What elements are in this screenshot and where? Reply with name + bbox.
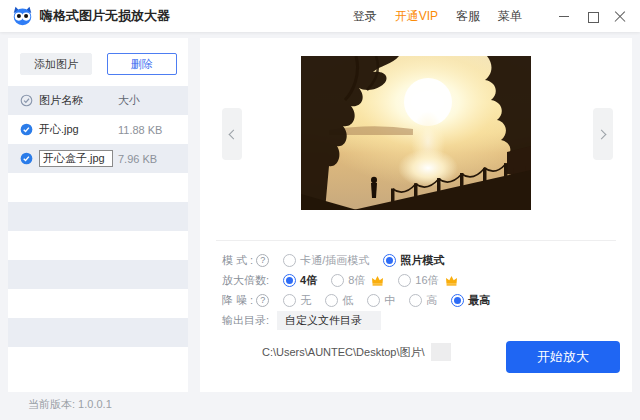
radio-icon[interactable]	[409, 294, 422, 307]
mode-help-icon[interactable]: ?	[256, 254, 269, 267]
file-row[interactable]: 开心.jpg 11.88 KB	[8, 115, 188, 144]
name-column-header: 图片名称	[39, 93, 83, 108]
titlebar-nav: 登录 开通VIP 客服 菜单	[353, 8, 628, 25]
app-window: 嗨格式图片无损放大器 登录 开通VIP 客服 菜单 添加图片 删除	[0, 0, 640, 420]
empty-row	[8, 318, 188, 347]
radio-icon[interactable]	[283, 274, 296, 287]
file-size: 7.96 KB	[118, 153, 157, 165]
version-text: 当前版本: 1.0.0.1	[28, 397, 112, 412]
chevron-right-icon	[597, 129, 607, 139]
file-name: 开心.jpg	[39, 122, 79, 137]
output-path-row: C:\Users\AUNTEC\Desktop\图片\	[262, 343, 451, 361]
denoise-option-highest[interactable]: 最高	[451, 293, 490, 308]
login-link[interactable]: 登录	[353, 8, 377, 25]
browse-folder-button[interactable]	[431, 343, 451, 361]
radio-icon[interactable]	[383, 254, 396, 267]
section-divider	[216, 240, 616, 241]
app-title: 嗨格式图片无损放大器	[40, 7, 170, 25]
previous-image-button[interactable]	[222, 108, 242, 160]
vip-crown-icon	[371, 275, 384, 286]
select-all-check-icon[interactable]	[20, 94, 33, 107]
file-list-header: 图片名称 大小	[8, 86, 188, 115]
close-button[interactable]	[614, 10, 626, 22]
checked-icon[interactable]	[20, 123, 33, 136]
sunset-photo	[301, 56, 531, 210]
radio-icon[interactable]	[283, 254, 296, 267]
start-enlarge-button[interactable]: 开始放大	[506, 341, 620, 373]
denoise-option-medium[interactable]: 中	[367, 293, 395, 308]
denoise-option-label: 最高	[468, 293, 490, 308]
denoise-option-label: 中	[384, 293, 395, 308]
menu-link[interactable]: 菜单	[498, 8, 522, 25]
denoise-option-low[interactable]: 低	[325, 293, 353, 308]
radio-icon[interactable]	[325, 294, 338, 307]
denoise-help-icon[interactable]: ?	[256, 294, 269, 307]
mode-label: 模 式 :	[222, 253, 253, 268]
chevron-left-icon	[229, 129, 239, 139]
scale-option-label: 4倍	[300, 273, 317, 288]
vip-crown-icon	[445, 275, 458, 286]
maximize-button[interactable]	[586, 10, 598, 22]
mode-option-cartoon[interactable]: 卡通/插画模式	[283, 253, 369, 268]
sidebar-actions: 添加图片 删除	[8, 38, 188, 75]
mode-option-label: 卡通/插画模式	[300, 253, 369, 268]
denoise-setting-row: 降 噪 : ? 无 低 中 高 最高	[222, 292, 490, 308]
empty-row	[8, 231, 188, 260]
title-bar: 嗨格式图片无损放大器 登录 开通VIP 客服 菜单	[0, 0, 640, 32]
scale-label: 放大倍数:	[222, 273, 269, 288]
denoise-option-label: 低	[342, 293, 353, 308]
radio-icon[interactable]	[331, 274, 344, 287]
checked-icon[interactable]	[20, 152, 33, 165]
vip-link[interactable]: 开通VIP	[395, 8, 438, 25]
output-dir-label: 输出目录:	[222, 313, 269, 328]
mode-option-label: 照片模式	[400, 253, 444, 268]
radio-icon[interactable]	[451, 294, 464, 307]
output-dir-select[interactable]: 自定义文件目录	[277, 311, 381, 330]
scale-option-label: 8倍	[348, 273, 365, 288]
size-column-header: 大小	[118, 93, 140, 108]
support-link[interactable]: 客服	[456, 8, 480, 25]
denoise-option-high[interactable]: 高	[409, 293, 437, 308]
denoise-label: 降 噪 :	[222, 293, 253, 308]
minimize-button[interactable]	[558, 10, 570, 22]
add-image-button[interactable]: 添加图片	[20, 53, 92, 75]
scale-option-label: 16倍	[415, 273, 438, 288]
empty-row	[8, 260, 188, 289]
main-panel: 模 式 : ? 卡通/插画模式 照片模式 放大倍数: 4倍 8倍	[200, 38, 632, 392]
file-list-sidebar: 添加图片 删除 图片名称 大小 开心.jpg 11.88 K	[8, 38, 188, 392]
empty-row	[8, 202, 188, 231]
scale-option-4x[interactable]: 4倍	[283, 273, 317, 288]
delete-button[interactable]: 删除	[107, 53, 177, 75]
next-image-button[interactable]	[593, 108, 613, 160]
radio-icon[interactable]	[283, 294, 296, 307]
image-preview	[301, 56, 531, 210]
radio-icon[interactable]	[398, 274, 411, 287]
owl-logo-icon	[12, 6, 33, 26]
file-name-edit-input[interactable]	[39, 150, 113, 167]
scale-option-8x[interactable]: 8倍	[331, 273, 384, 288]
empty-row	[8, 173, 188, 202]
scale-option-16x[interactable]: 16倍	[398, 273, 457, 288]
empty-row	[8, 289, 188, 318]
output-path-text: C:\Users\AUNTEC\Desktop\图片\	[262, 345, 425, 360]
output-dir-row: 输出目录: 自定义文件目录	[222, 311, 381, 330]
file-rows: 开心.jpg 11.88 KB 7.96 KB	[8, 115, 188, 347]
file-size: 11.88 KB	[118, 124, 162, 136]
denoise-option-none[interactable]: 无	[283, 293, 311, 308]
mode-option-photo[interactable]: 照片模式	[383, 253, 444, 268]
file-list: 图片名称 大小 开心.jpg 11.88 KB	[8, 86, 188, 347]
radio-icon[interactable]	[367, 294, 380, 307]
file-row[interactable]: 7.96 KB	[8, 144, 188, 173]
window-controls	[558, 10, 628, 22]
scale-setting-row: 放大倍数: 4倍 8倍 16倍	[222, 272, 458, 288]
mode-setting-row: 模 式 : ? 卡通/插画模式 照片模式	[222, 252, 444, 268]
denoise-option-label: 无	[300, 293, 311, 308]
denoise-option-label: 高	[426, 293, 437, 308]
